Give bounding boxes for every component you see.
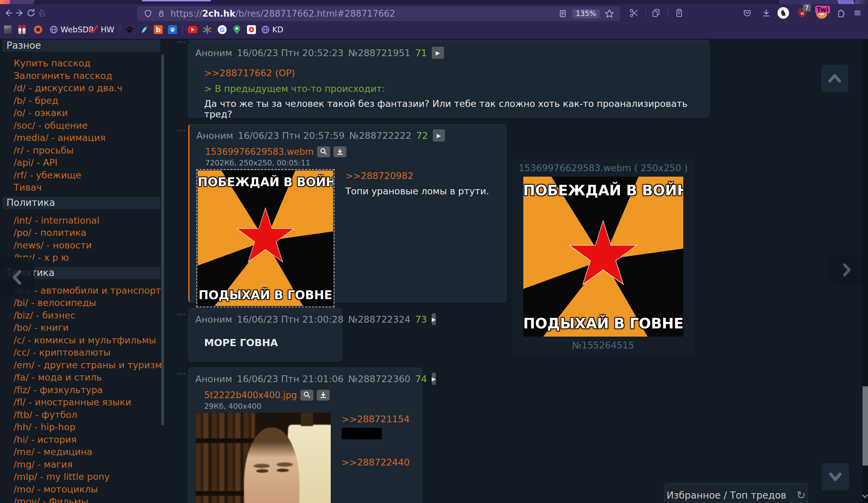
back-button[interactable]	[2, 7, 14, 19]
expand-post-button[interactable]: ▶	[433, 129, 445, 142]
reply-link[interactable]: >>288722440	[342, 457, 410, 468]
expand-post-button[interactable]: ▶	[432, 313, 436, 325]
bookmark-blue-paw[interactable]	[168, 21, 177, 38]
sidebar-link-fl[interactable]: /fl/ - иностранные языки	[14, 396, 167, 409]
sidebar-link-bo[interactable]: /bo/ - книги	[14, 321, 167, 334]
sidebar-link-tivach[interactable]: Тивач	[14, 182, 167, 194]
chess-knight-extension-button[interactable]: ♘	[36, 7, 48, 19]
url-bar[interactable]: https://2ch.hk/b/res/288717662.html#2887…	[137, 6, 620, 21]
bookmark-star-icon[interactable]	[604, 9, 614, 19]
bookmark-youtube[interactable]	[188, 21, 197, 38]
expanded-webm-panel[interactable]: 15369976629583.webm ( 250x250 ) ПОБЕЖДАЙ…	[512, 159, 694, 355]
bookmark-paw[interactable]	[125, 21, 134, 38]
spoiler-bar[interactable]	[342, 428, 382, 439]
download-file-button[interactable]	[333, 146, 347, 157]
sidebar-link-o[interactable]: /o/ - оэкаки	[14, 107, 167, 120]
pocket-button[interactable]	[741, 7, 753, 19]
sidebar-link-hh[interactable]: /hh/ - hip-hop	[14, 421, 167, 433]
next-thread-button[interactable]	[829, 255, 865, 285]
bookmark-hw[interactable]: HW	[89, 21, 114, 38]
scissors-extension-button[interactable]	[628, 7, 640, 19]
sidebar-link-fiz[interactable]: /fiz/ - физкультура	[14, 384, 167, 397]
page-scrollbar-thumb[interactable]	[862, 386, 868, 465]
expanded-post-ref[interactable]: №155264515	[512, 340, 694, 350]
reload-button[interactable]	[25, 7, 37, 19]
sidebar-link-b[interactable]: /b/ - бред	[14, 95, 167, 107]
bookmark-kd[interactable]: KD	[261, 21, 283, 38]
sidebar-link-fa[interactable]: /fa/ - мода и стиль	[14, 371, 167, 384]
sidebar-link-hry[interactable]: /hry/ - х р ю	[14, 252, 167, 264]
reader-mode-icon[interactable]	[558, 9, 568, 19]
file-link[interactable]: 5t2222b400x400.jpg	[204, 390, 297, 400]
sidebar-link-hi[interactable]: /hi/ - история	[14, 433, 167, 446]
sidebar-link-ftb[interactable]: /ftb/ - футбол	[14, 409, 167, 421]
adblock-shield-button[interactable]: w 7	[796, 7, 808, 19]
sidebar-link-au[interactable]: /au/ - автомобили и транспорт	[14, 285, 167, 297]
sidebar-link-media[interactable]: /media/ - анимация	[14, 132, 167, 144]
webm-video[interactable]: ПОБЕЖДАЙ В ВОЙНЕ ПОДЫХАЙ В ГОВНЕ	[523, 177, 683, 337]
sidebar-scrollbar-thumb[interactable]	[161, 54, 164, 425]
sheldon-thumbnail[interactable]	[195, 412, 331, 503]
bookmark-color-star[interactable]	[203, 21, 211, 38]
download-file-button[interactable]	[317, 390, 330, 401]
scroll-to-bottom-button[interactable]	[822, 463, 849, 490]
expand-post-button[interactable]: ▶	[432, 373, 436, 385]
post-number[interactable]: №288722222	[350, 130, 412, 141]
reply-link[interactable]: >>288720982	[345, 171, 413, 181]
forward-button[interactable]	[14, 7, 26, 19]
sidebar-link-int[interactable]: /int/ - international	[14, 214, 167, 227]
sidebar-link-po[interactable]: /po/ - политика	[14, 227, 167, 239]
bookmark-b-orange[interactable]: b	[154, 21, 163, 38]
twi-extension-button[interactable]: Twi	[815, 7, 827, 19]
reply-link[interactable]: >>288721154	[342, 414, 410, 424]
sidebar-link-c[interactable]: /c/ - комиксы и мультфильмы	[14, 334, 167, 347]
bookmark-batteries[interactable]	[18, 21, 25, 38]
url-text[interactable]: https://2ch.hk/b/res/288717662.html#2887…	[170, 9, 395, 19]
sidebar-link-mg[interactable]: /mg/ - магия	[14, 459, 167, 471]
post-menu-dots[interactable]: ⋯	[177, 369, 185, 379]
sidebar-link-cc[interactable]: /cc/ - криптовалюты	[14, 347, 167, 359]
extensions-puzzle-button[interactable]	[834, 7, 847, 19]
sidebar-link-rf[interactable]: /rf/ - убежище	[14, 169, 167, 182]
clipboard-extension-button[interactable]	[673, 7, 685, 19]
sidebar-link-r[interactable]: /r/ - просьбы	[14, 144, 167, 157]
reply-link-op[interactable]: >>288717662 (ОР)	[204, 68, 295, 78]
sidebar-link-me[interactable]: /me/ - медицина	[14, 446, 167, 459]
bookmark-teal-bird[interactable]	[140, 21, 149, 38]
sidebar-link-d[interactable]: /d/ - дискуссии о два.ч	[14, 82, 167, 95]
sidebar-link-mov[interactable]: /mov/ - Фильмы	[14, 495, 167, 503]
downloads-button[interactable]	[760, 7, 772, 19]
bookmark-orange-ring[interactable]	[34, 21, 42, 38]
post-menu-dots[interactable]: ⋯	[177, 125, 185, 135]
file-link[interactable]: 15369976629583.webm	[205, 147, 314, 157]
post-number[interactable]: №288722324	[349, 314, 411, 325]
search-image-button[interactable]	[300, 390, 313, 401]
bookmark-archive[interactable]	[4, 21, 12, 38]
copy-pages-extension-button[interactable]	[650, 7, 662, 19]
bookmark-websdr[interactable]: WebSDR	[50, 21, 94, 38]
prev-thread-button[interactable]	[0, 257, 34, 297]
sidebar-link-passcode-buy[interactable]: Купить пасскод	[14, 57, 167, 70]
scroll-to-top-button[interactable]	[821, 65, 848, 92]
webm-thumbnail[interactable]: ПОБЕЖДАЙ В ВОЙНЕ ПОДЫХАЙ В ГОВНЕ	[196, 169, 334, 307]
zoom-level-badge[interactable]: 135%	[572, 9, 600, 18]
sidebar-link-passcode-login[interactable]: Залогинить пасскод	[14, 70, 167, 82]
post-menu-dots[interactable]: ⋯	[177, 309, 185, 319]
sidebar-link-mlp[interactable]: /mlp/ - my little pony	[14, 471, 167, 483]
post-number[interactable]: №288721951	[349, 48, 411, 58]
sidebar-link-api[interactable]: /api/ - API	[14, 156, 167, 169]
sidebar-link-soc[interactable]: /soc/ - общение	[14, 120, 167, 132]
sidebar-link-biz[interactable]: /biz/ - бизнес	[14, 309, 167, 322]
sidebar-link-mo[interactable]: /mo/ - мотоциклы	[14, 483, 167, 496]
sidebar-link-bi[interactable]: /bi/ - велосипеды	[14, 297, 167, 309]
refresh-icon[interactable]: ↻	[797, 489, 806, 502]
sidebar-link-news[interactable]: /news/ - новости	[14, 239, 167, 252]
bookmark-google[interactable]: G	[218, 21, 227, 38]
favorites-panel[interactable]: Избранное / Топ тредов ↻	[664, 483, 808, 503]
post-number[interactable]: №288722360	[349, 374, 411, 384]
search-image-button[interactable]	[317, 146, 330, 157]
bookmark-maps[interactable]	[233, 21, 241, 38]
menu-button[interactable]	[851, 7, 864, 19]
bookmark-target[interactable]	[247, 21, 256, 38]
sidebar-link-em[interactable]: /em/ - другие страны и туризм	[14, 359, 167, 372]
